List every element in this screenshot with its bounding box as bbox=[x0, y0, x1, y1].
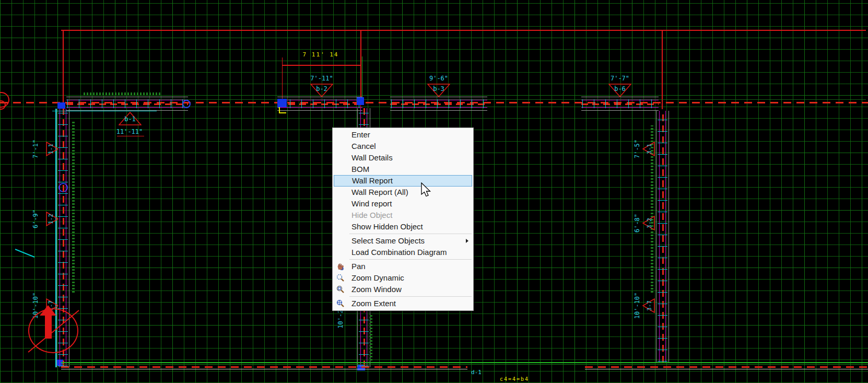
cyan-leader-line bbox=[15, 248, 36, 258]
left-seg1-tag: 1-1 bbox=[48, 144, 54, 154]
left-boundary-line bbox=[63, 30, 64, 103]
menu-item-label: Pan bbox=[351, 262, 366, 271]
menu-item-label: Hide Object bbox=[351, 211, 392, 219]
bottom-wall-centerline-left bbox=[61, 366, 467, 368]
cad-viewport: 7 11' 14 b-1 11'-11" b-2 7'-11" b-3 9'-6… bbox=[0, 0, 868, 383]
north-arrow-shaft bbox=[45, 315, 52, 339]
menu-item-label: Show Hidden Object bbox=[351, 222, 423, 231]
stud-size-text-marks bbox=[84, 92, 162, 95]
menu-item-pan[interactable]: Pan bbox=[333, 261, 473, 272]
wall-panel-b3[interactable] bbox=[390, 97, 487, 111]
bottom-wall-outline-right bbox=[585, 369, 868, 369]
menu-item-label: Zoom Dynamic bbox=[351, 273, 404, 282]
yellow-node-mark bbox=[279, 107, 286, 113]
menu-item-label: Wind report bbox=[351, 199, 392, 208]
menu-item-label: Zoom Window bbox=[351, 285, 402, 294]
stud-ticks bbox=[67, 99, 187, 108]
stud-size-text-marks bbox=[370, 314, 372, 361]
menu-item-bom[interactable]: BOM bbox=[333, 164, 473, 175]
right-seg2-length: 6'-8" bbox=[634, 214, 641, 233]
cyan-dimension-line bbox=[52, 111, 157, 111]
right-seg3-length: 10'-10" bbox=[634, 293, 641, 319]
menu-item-select-same-objects[interactable]: Select Same Objects bbox=[333, 235, 473, 247]
mouse-cursor bbox=[421, 182, 432, 198]
wall-tag-b6: b-6 bbox=[614, 85, 626, 92]
selection-grip[interactable] bbox=[277, 99, 287, 107]
right-seg1-length: 7'-5" bbox=[634, 140, 641, 158]
menu-item-zoom-dynamic[interactable]: Zoom Dynamic bbox=[333, 272, 473, 284]
menu-item-label: Wall Report bbox=[352, 176, 393, 185]
stud-ticks bbox=[658, 112, 667, 362]
top-boundary-line bbox=[61, 30, 866, 31]
menu-item-label: Load Combination Diagram bbox=[351, 248, 447, 257]
menu-item-show-hidden-object[interactable]: Show Hidden Object bbox=[333, 221, 473, 233]
bottom-wall-plate-line2 bbox=[61, 364, 868, 365]
left-seg2-tag: 1-2 bbox=[48, 214, 54, 224]
selection-grip[interactable] bbox=[357, 97, 364, 105]
zoom-dynamic-icon bbox=[336, 274, 345, 282]
bottom-wall-tag: d-1 bbox=[471, 369, 482, 376]
right-seg3-tag: 3-7 bbox=[646, 300, 653, 311]
menu-item-label: Wall Report (All) bbox=[351, 188, 408, 196]
menu-item-wind-report[interactable]: Wind report bbox=[333, 198, 473, 210]
menu-item-wall-report[interactable]: Wall Report bbox=[334, 175, 472, 187]
left-seg2-length: 6'-9" bbox=[32, 210, 39, 228]
menu-separator bbox=[349, 259, 472, 260]
menu-item-wall-report-all[interactable]: Wall Report (All) bbox=[333, 187, 473, 198]
menu-item-label: Select Same Objects bbox=[351, 236, 425, 245]
menu-item-label: Wall Details bbox=[351, 153, 393, 162]
stud-size-text-marks bbox=[72, 120, 75, 293]
menu-item-hide-object: Hide Object bbox=[333, 210, 473, 221]
bottom-wall-outline-left bbox=[61, 369, 467, 369]
wall-panel-b6[interactable] bbox=[581, 97, 659, 111]
menu-item-label: Zoom Extent bbox=[351, 299, 396, 308]
wall-length-b3: 9'-6" bbox=[429, 75, 448, 82]
stud-ticks bbox=[582, 99, 658, 108]
stud-ticks bbox=[391, 99, 486, 108]
wall-tag-b2: b-2 bbox=[316, 85, 327, 92]
left-seg1-length: 7'-1" bbox=[32, 140, 39, 158]
bottom-wall-note: c4=4=b4 bbox=[500, 376, 529, 382]
context-menu: Enter Cancel Wall Details BOM Wall Repor… bbox=[332, 127, 474, 311]
submenu-arrow-icon bbox=[466, 239, 468, 243]
menu-item-cancel[interactable]: Cancel bbox=[333, 141, 473, 152]
wall-length-b1: 11'-11" bbox=[116, 128, 143, 135]
menu-item-zoom-extent[interactable]: Zoom Extent bbox=[333, 298, 473, 309]
menu-separator bbox=[349, 296, 472, 297]
menu-separator bbox=[349, 234, 472, 234]
pan-hand-icon bbox=[336, 262, 345, 271]
menu-item-enter[interactable]: Enter bbox=[333, 129, 473, 141]
bottom-wall-centerline-right bbox=[585, 366, 868, 368]
zoom-extent-icon bbox=[336, 299, 345, 308]
right-seg1-tag: 3-1 bbox=[646, 144, 653, 154]
zoom-window-icon bbox=[336, 285, 345, 294]
stud-ticks bbox=[278, 99, 361, 108]
dimension-line bbox=[282, 65, 360, 66]
wall-length-b2: 7'-11" bbox=[310, 75, 333, 82]
wall-length-b6: 7'-7" bbox=[611, 75, 629, 82]
top-dimension-label: 7 11' 14 bbox=[303, 51, 339, 58]
menu-item-label: BOM bbox=[351, 165, 369, 173]
right-wall-extension-line bbox=[662, 30, 663, 109]
menu-item-label: Enter bbox=[351, 130, 370, 139]
label-underline bbox=[117, 136, 144, 136]
menu-item-wall-details[interactable]: Wall Details bbox=[333, 152, 473, 164]
right-wall[interactable] bbox=[656, 111, 669, 363]
selection-grip[interactable] bbox=[57, 102, 65, 109]
north-arrow-head bbox=[40, 305, 56, 316]
menu-item-load-combination-diagram[interactable]: Load Combination Diagram bbox=[333, 247, 473, 258]
menu-item-zoom-window[interactable]: Zoom Window bbox=[333, 284, 473, 295]
bottom-wall-plate-line bbox=[61, 362, 868, 363]
wall-tag-b1: b-1 bbox=[124, 115, 136, 123]
node-circle bbox=[182, 100, 191, 108]
wall-panel-b1[interactable] bbox=[66, 97, 188, 111]
menu-item-label: Cancel bbox=[351, 142, 376, 150]
right-seg2-tag: 3-2 bbox=[646, 218, 653, 228]
dimension-ext-left bbox=[282, 57, 283, 102]
wall-tag-b3: b-3 bbox=[433, 85, 444, 92]
wall-panel-b2[interactable] bbox=[277, 97, 362, 111]
